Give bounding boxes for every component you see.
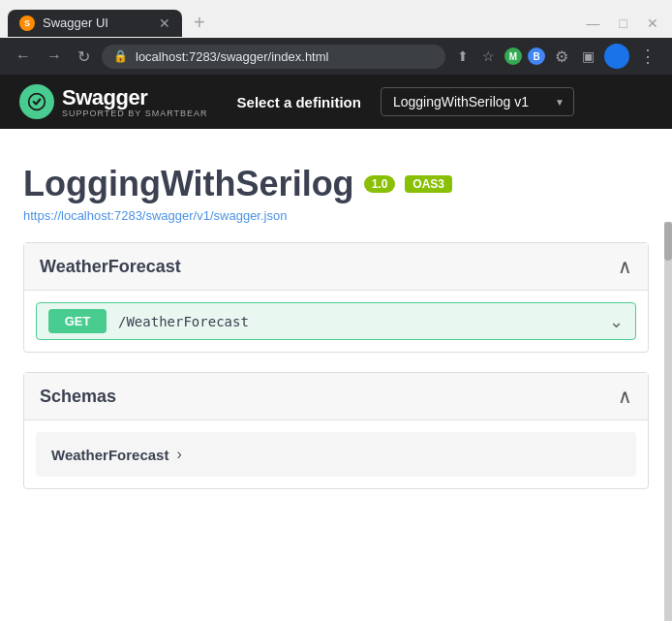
- schemas-title: Schemas: [40, 387, 116, 407]
- schemas-header[interactable]: Schemas ∧: [24, 373, 648, 420]
- back-button[interactable]: ←: [12, 46, 35, 67]
- active-tab[interactable]: S Swagger UI ✕: [8, 10, 182, 37]
- weather-forecast-header[interactable]: WeatherForecast ∧: [24, 243, 648, 291]
- schema-name: WeatherForecast: [51, 447, 168, 463]
- minimize-button[interactable]: —: [581, 14, 606, 33]
- browser-menu-button[interactable]: ⋮: [635, 44, 660, 69]
- swagger-json-link[interactable]: https://localhost:7283/swagger/v1/swagge…: [23, 208, 649, 223]
- version-badge: 1.0: [364, 175, 396, 193]
- share-icon[interactable]: ⬆: [453, 47, 473, 66]
- schemas-collapse-icon: ∧: [618, 385, 632, 408]
- maximize-button[interactable]: □: [614, 14, 633, 33]
- get-endpoint-row[interactable]: GET /WeatherForecast ⌄: [36, 302, 636, 340]
- reload-button[interactable]: ↻: [74, 46, 94, 68]
- swagger-logo-icon: [19, 84, 54, 119]
- forward-button[interactable]: →: [43, 46, 66, 67]
- url-text: localhost:7283/swagger/index.html: [136, 49, 328, 64]
- window-controls: — □ ✕: [581, 14, 664, 33]
- endpoint-path: /WeatherForecast: [118, 314, 597, 329]
- close-button[interactable]: ✕: [641, 14, 664, 33]
- weather-forecast-section: WeatherForecast ∧ GET /WeatherForecast ⌄: [23, 242, 649, 353]
- weather-forecast-title: WeatherForecast: [40, 257, 181, 277]
- schema-expand-icon: ›: [176, 446, 181, 463]
- tab-bar: S Swagger UI ✕ + — □ ✕: [0, 0, 672, 38]
- schema-item-weatherforecast[interactable]: WeatherForecast ›: [36, 432, 636, 477]
- new-tab-button[interactable]: +: [186, 8, 213, 38]
- lock-icon: 🔒: [113, 49, 128, 63]
- swagger-brand-sub: SUPPORTED BY SMARTBEAR: [62, 109, 208, 118]
- select-definition-label: Select a definition: [237, 94, 361, 110]
- definition-select-wrapper[interactable]: LoggingWithSerilog v1: [381, 87, 574, 116]
- api-title: LoggingWithSerilog 1.0 OAS3: [23, 164, 649, 204]
- extensions-button[interactable]: ⚙: [551, 46, 572, 68]
- swagger-header: Swagger SUPPORTED BY SMARTBEAR Select a …: [0, 75, 672, 129]
- definition-select[interactable]: LoggingWithSerilog v1: [381, 87, 574, 116]
- schemas-section: Schemas ∧ WeatherForecast ›: [23, 372, 649, 489]
- ext-icon-2[interactable]: B: [528, 47, 545, 65]
- browser-window: S Swagger UI ✕ + — □ ✕ ← → ↻ 🔒 localhost…: [0, 0, 672, 621]
- api-title-section: LoggingWithSerilog 1.0 OAS3 https://loca…: [23, 148, 649, 242]
- browser-toolbar: ⬆ ☆ M B ⚙ ▣ ⋮: [453, 44, 660, 69]
- method-badge-get: GET: [48, 309, 107, 333]
- api-title-text: LoggingWithSerilog: [23, 164, 354, 204]
- profile-button[interactable]: [604, 44, 629, 69]
- oas-badge: OAS3: [405, 175, 452, 193]
- bookmark-icon[interactable]: ☆: [478, 47, 499, 66]
- weather-forecast-collapse-icon: ∧: [618, 255, 632, 278]
- swagger-body: LoggingWithSerilog 1.0 OAS3 https://loca…: [0, 129, 672, 621]
- ext-icon-1[interactable]: M: [504, 47, 522, 65]
- tab-title: Swagger UI: [43, 16, 108, 30]
- url-input-box[interactable]: 🔒 localhost:7283/swagger/index.html: [102, 45, 445, 69]
- scrollbar[interactable]: [664, 222, 672, 621]
- address-bar: ← → ↻ 🔒 localhost:7283/swagger/index.htm…: [0, 38, 672, 75]
- tab-close-button[interactable]: ✕: [159, 16, 170, 31]
- sidebar-toggle[interactable]: ▣: [578, 47, 598, 66]
- swagger-logo: Swagger SUPPORTED BY SMARTBEAR: [19, 84, 208, 119]
- endpoint-expand-icon: ⌄: [609, 311, 624, 332]
- tab-favicon: S: [19, 16, 35, 31]
- swagger-brand-text: Swagger: [62, 85, 208, 110]
- scroll-thumb[interactable]: [664, 222, 672, 261]
